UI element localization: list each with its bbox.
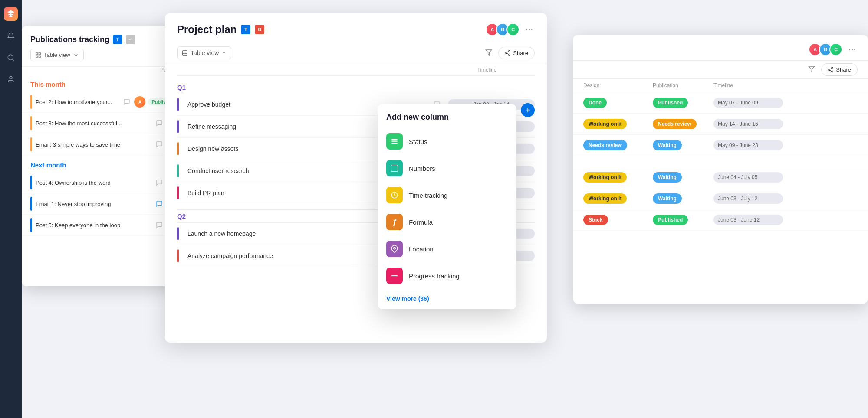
svg-line-1	[12, 59, 13, 60]
right-share-button[interactable]: Share	[821, 63, 858, 76]
dropdown-item-formula[interactable]: ƒ Formula	[378, 209, 516, 235]
svg-point-14	[509, 54, 510, 56]
svg-point-2	[10, 76, 12, 79]
col-publication: Publication	[653, 82, 713, 88]
right-row-7: Stuck Published June 03 - June 12	[573, 209, 868, 231]
task-bar	[177, 227, 179, 240]
svg-point-27	[832, 71, 833, 72]
svg-point-0	[8, 55, 13, 60]
design-status: Working on it	[583, 119, 627, 129]
task-bar	[177, 249, 179, 262]
formula-icon: ƒ	[386, 214, 403, 230]
row-bar	[30, 176, 32, 189]
dropdown-item-progress[interactable]: Progress tracking	[378, 262, 516, 289]
row-bar	[30, 137, 32, 151]
svg-rect-18	[391, 141, 398, 142]
filter-button[interactable]	[483, 47, 494, 59]
pub-row-text: Post 2: How to motivate your...	[36, 99, 118, 105]
numbers-icon	[386, 160, 403, 176]
badge-blue: T	[241, 25, 250, 34]
pub-row-4: Post 4: Ownership is the word D	[22, 172, 187, 193]
share-label: Share	[513, 50, 528, 56]
task-name: Analyze campaign performance	[187, 252, 273, 259]
view-more-link[interactable]: View more (36)	[378, 289, 516, 305]
right-more-button[interactable]: ···	[847, 42, 858, 56]
publications-title: Publications tracking	[30, 35, 109, 44]
table-view-button[interactable]: Table view	[177, 46, 231, 59]
col-header: Published	[22, 67, 187, 73]
right-row-3: Needs review Waiting May 09 - June 23	[573, 135, 868, 156]
view-label: Table view	[191, 49, 219, 56]
task-name: Launch a new homepage	[187, 230, 256, 237]
formula-label: Formula	[409, 219, 433, 226]
design-status: Done	[583, 98, 607, 108]
svg-point-12	[509, 50, 510, 52]
row-bar	[30, 116, 32, 130]
timeline: June 03 - July 12	[713, 193, 783, 204]
time-tracking-label: Time tracking	[409, 192, 447, 199]
avatar-3: C	[506, 23, 519, 36]
col-design: Design	[583, 82, 653, 88]
task-name: Build PR plan	[187, 189, 224, 196]
dropdown-item-location[interactable]: Location	[378, 235, 516, 262]
chat-icon[interactable]	[122, 97, 132, 107]
pub-row-text: Email 1: Never stop improving	[36, 201, 151, 207]
avatars-group: A B C	[486, 23, 519, 36]
right-row-1: Done Published May 07 - June 09	[573, 92, 868, 114]
svg-point-22	[394, 247, 396, 249]
next-month-rows: Post 4: Ownership is the word D Email 1:…	[22, 172, 187, 236]
share-button[interactable]: Share	[498, 47, 535, 59]
publications-view-selector[interactable]: Table view	[30, 49, 84, 61]
project-title: Project plan T G	[177, 23, 264, 36]
chat-icon[interactable]	[155, 140, 164, 149]
task-name: Approve budget	[187, 101, 230, 108]
right-filter-button[interactable]	[806, 63, 817, 76]
col-extra	[783, 82, 861, 88]
dropdown-title: Add new column	[378, 113, 516, 128]
task-name: Design new assets	[187, 145, 239, 152]
next-month-header: Next month	[22, 155, 187, 172]
nav-bell-icon[interactable]	[4, 29, 17, 42]
badge-gray: ···	[126, 35, 135, 44]
chat-icon[interactable]	[155, 178, 164, 187]
dropdown-item-time-tracking[interactable]: Time tracking	[378, 182, 516, 209]
chat-icon[interactable]	[155, 220, 164, 230]
dropdown-item-status[interactable]: Status	[378, 128, 516, 155]
right-col-headers: Design Publication Timeline	[573, 79, 868, 92]
status-label: Status	[409, 138, 427, 145]
svg-rect-4	[39, 52, 40, 54]
design-status: Working on it	[583, 193, 627, 204]
numbers-label: Numbers	[409, 165, 435, 172]
right-row-6: Working on it Waiting June 03 - July 12	[573, 188, 868, 209]
location-icon	[386, 241, 403, 257]
nav-search-icon[interactable]	[4, 51, 17, 64]
add-column-button[interactable]: +	[521, 103, 535, 117]
right-row-4	[573, 156, 868, 167]
svg-rect-3	[36, 52, 38, 54]
chat-icon[interactable]	[155, 199, 164, 209]
svg-point-26	[829, 69, 830, 71]
dropdown-item-numbers[interactable]: Numbers	[378, 155, 516, 182]
badge-blue: T	[113, 35, 122, 44]
nav-user-icon[interactable]	[4, 73, 17, 86]
task-bar	[177, 98, 179, 111]
pub-row-1: Post 2: How to motivate your... A Publis…	[22, 91, 187, 113]
more-button[interactable]: ···	[524, 23, 535, 36]
task-bar	[177, 142, 179, 155]
design-status: Stuck	[583, 215, 608, 225]
row-bar	[30, 218, 32, 232]
status-icon	[386, 133, 403, 150]
svg-rect-19	[391, 143, 398, 144]
app-logo	[4, 7, 18, 21]
col-task	[177, 67, 418, 73]
pub-status: Published	[653, 98, 688, 108]
pub-status: Published	[653, 215, 688, 225]
this-month-rows: Post 2: How to motivate your... A Publis…	[22, 91, 187, 155]
pub-status: Waiting	[653, 193, 682, 204]
chat-icon[interactable]	[155, 118, 164, 128]
pub-row-6: Post 5: Keep everyone in the loop F	[22, 215, 187, 236]
right-share-label: Share	[836, 66, 851, 73]
timeline: June 04 - July 05	[713, 172, 783, 183]
badge-red: G	[255, 25, 264, 34]
pub-row-5: Email 1: Never stop improving E	[22, 193, 187, 215]
